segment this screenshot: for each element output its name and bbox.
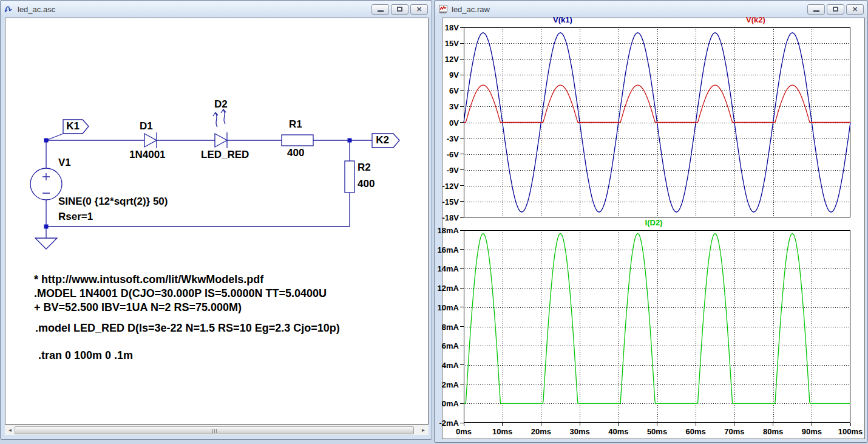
voltage-pane-plot-area[interactable] [464,27,850,217]
schematic-minimize-button[interactable] [371,4,389,15]
model-directive-1n4001-line2[interactable]: + BV=52.500 IBV=1UA N=2 RS=75.000M) [34,301,242,315]
y-tick-label: 6V [432,87,459,95]
y-tick-mark [460,201,464,202]
y-tick-label: 4mA [432,361,459,369]
x-tick-mark [618,423,619,426]
trace-label-V(k2)[interactable]: V(k2) [719,16,792,24]
x-tick-mark [502,423,503,426]
y-tick-label: -15V [432,198,459,206]
x-tick-mark [580,423,580,426]
model-directive-led[interactable]: .model LED_RED D(Is=3e-22 N=1.5 RS=10 Eg… [35,322,340,335]
scroll-left-button[interactable]: ◄ [5,426,15,434]
model-directive-1n4001-line1[interactable]: .MODEL 1N4001 D(CJO=30.000P IS=5.0000N T… [34,287,327,301]
y-tick-mark [460,75,464,75]
r1-value-label[interactable]: 400 [287,147,304,159]
x-tick-mark [812,423,812,426]
y-tick-label: -9V [432,166,459,174]
y-tick-mark [460,249,464,250]
y-tick-mark [460,138,464,138]
restore-icon [397,7,402,12]
trace-label-I(D2)[interactable]: I(D2) [617,219,690,227]
led-light-arrow-icon [213,112,218,127]
y-tick-mark [460,169,464,170]
wire-junction [44,225,49,229]
y-tick-label: 0V [432,119,459,127]
y-tick-label: -12V [432,182,459,190]
trace-label-V(k1)[interactable]: V(k1) [526,16,599,24]
y-tick-mark [460,91,464,91]
x-tick-label: 10ms [484,428,521,435]
y-tick-label: 3V [432,103,459,111]
schematic-close-button[interactable]: ✕ [410,4,428,15]
x-tick-label: 80ms [755,428,792,435]
close-icon: ✕ [416,6,422,13]
schematic-file-icon [4,4,14,14]
x-tick-label: 60ms [677,428,714,435]
comment-url[interactable]: * http://www.intusoft.com/lit/WkwModels.… [34,273,263,287]
v1-name-label[interactable]: V1 [58,157,71,169]
x-tick-mark [696,423,696,426]
y-tick-mark [460,122,464,123]
y-tick-label: 12V [432,55,459,63]
waveform-window: led_ac.raw ✕ 18V15V12V9V6V3V0V-3V-6V-9V-… [434,0,868,443]
x-tick-mark [464,423,464,426]
x-tick-mark [657,423,657,426]
y-tick-mark [460,288,464,289]
y-tick-mark [460,364,464,365]
y-tick-label: 6mA [432,342,459,350]
y-tick-mark [460,217,464,218]
d2-name-label[interactable]: D2 [214,98,228,111]
wire-junction [44,138,49,143]
current-pane-plot-area[interactable] [464,230,850,423]
scrollbar-grip-icon [212,425,217,435]
y-tick-label: 8mA [432,323,459,331]
y-tick-label: 2mA [432,381,459,389]
d2-model-label[interactable]: LED_RED [201,149,249,161]
y-tick-label: 10mA [432,304,459,312]
schematic-window: led_ac.asc ✕ [0,0,432,440]
d1-diode[interactable] [144,132,157,148]
y-tick-label: 0mA [432,400,459,408]
k2-net-label[interactable]: K2 [372,134,393,147]
y-tick-mark [460,59,464,60]
v1-rser-value[interactable]: Rser=1 [58,211,93,223]
r2-resistor[interactable] [345,161,354,193]
y-tick-mark [460,326,464,327]
x-tick-mark [850,423,851,426]
ground-symbol[interactable] [35,238,57,249]
scroll-right-button[interactable]: ► [419,426,428,434]
horizontal-scrollbar[interactable]: ◄ ► [5,425,429,435]
schematic-titlebar[interactable]: led_ac.asc ✕ [1,1,431,17]
y-tick-mark [460,27,464,28]
r2-name-label[interactable]: R2 [358,162,371,174]
schematic-restore-button[interactable] [391,4,409,15]
wire-junction [348,138,352,143]
x-tick-label: 0ms [446,428,482,435]
x-tick-label: 20ms [523,428,559,435]
y-tick-mark [460,346,464,346]
y-tick-mark [460,154,464,154]
x-tick-label: 50ms [639,428,676,435]
d1-name-label[interactable]: D1 [140,120,153,132]
k1-net-label[interactable]: K1 [63,120,83,133]
y-tick-mark [460,268,464,269]
y-tick-mark [460,307,464,307]
waveform-plot-layer: 18V15V12V9V6V3V0V-3V-6V-9V-12V-15V-18VV(… [435,1,868,443]
r2-value-label[interactable]: 400 [358,178,375,190]
d1-model-label[interactable]: 1N4001 [129,149,166,161]
v1-voltage-source[interactable] [30,168,62,200]
minimize-icon [378,10,384,12]
x-tick-mark [773,423,773,426]
v1-sine-value[interactable]: SINE(0 {12*sqrt(2)} 50) [58,196,168,208]
schematic-window-buttons: ✕ [371,4,428,15]
tran-directive[interactable]: .tran 0 100m 0 .1m [38,349,133,363]
scrollbar-thumb[interactable] [15,426,414,434]
x-tick-label: 70ms [716,428,753,435]
led-light-arrow-icon [221,109,226,124]
r1-resistor[interactable] [282,135,313,146]
y-tick-label: 9V [432,71,459,79]
schematic-canvas[interactable]: K1 K2 V1 D1 1N4001 D2 LED_RED R1 400 R2 … [5,18,429,425]
y-tick-mark [460,185,464,186]
r1-name-label[interactable]: R1 [289,118,302,131]
d2-led[interactable] [213,109,227,148]
